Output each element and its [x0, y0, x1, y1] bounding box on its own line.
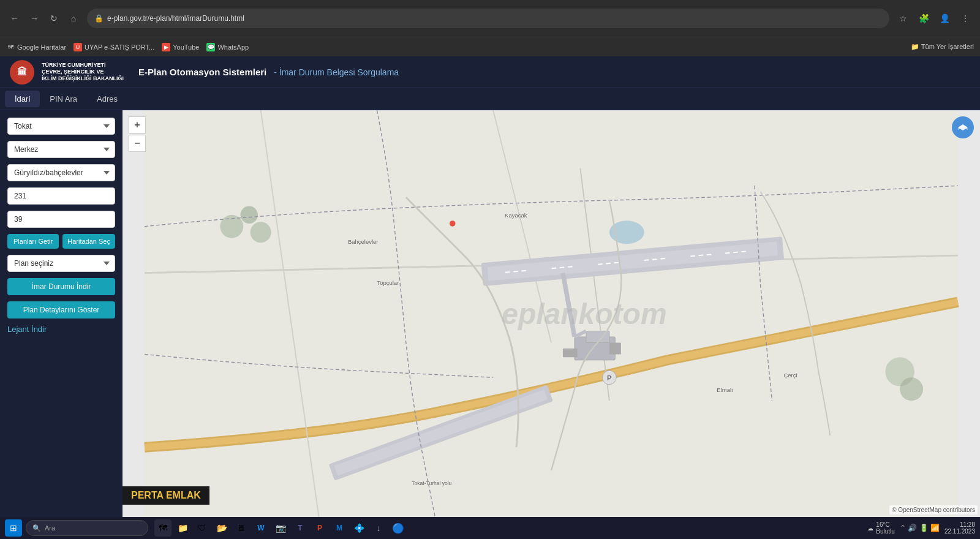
bookmark-whatsapp[interactable]: 💬 WhatsApp [206, 43, 249, 51]
brand-watermark: PERTA EMLAK [123, 486, 209, 505]
ada-input[interactable] [7, 187, 115, 205]
map-controls: + − [129, 116, 146, 152]
plan-select[interactable]: Plan seçiniz [7, 255, 115, 272]
bookmark-google-maps[interactable]: 🗺 Google Haritalar [6, 43, 66, 51]
google-maps-icon: 🗺 [6, 43, 15, 51]
taskbar-apps: 🗺 📁 🛡 📂 🖥 W 📷 T P M 💠 ↓ 🔵 [154, 519, 407, 537]
lejant-indir-link[interactable]: Lejant İndir [7, 325, 115, 334]
taskbar-app-download[interactable]: ↓ [370, 519, 387, 537]
tab-pin-ara[interactable]: PIN Ara [40, 91, 87, 107]
weather-icon: ☁ [867, 525, 873, 532]
taskbar-app-blue2[interactable]: 💠 [350, 519, 368, 537]
browser-actions: ☆ 🧩 👤 ⋮ [894, 10, 974, 27]
tab-idari[interactable]: İdari [5, 91, 40, 107]
bookmarks-folder[interactable]: 📁 Tüm Yer İşaretleri [911, 43, 974, 51]
layers-icon [957, 121, 969, 134]
weather-widget: ☁ 16°C Bulutlu [867, 521, 895, 535]
browser-chrome: ← → ↻ ⌂ 🔒 e-plan.gov.tr/e-plan/html/imar… [0, 0, 980, 37]
zoom-out-button[interactable]: − [129, 135, 146, 152]
svg-text:Çerçi: Çerçi [783, 372, 797, 379]
app-subtitle: - İmar Durum Belgesi Sorgulama [274, 67, 399, 77]
svg-rect-17 [563, 349, 578, 357]
taskbar-search[interactable]: 🔍 Ara [26, 520, 148, 536]
svg-point-23 [251, 222, 271, 243]
start-button[interactable]: ⊞ [5, 519, 22, 537]
app-header: 🏛 TÜRKİYE CUMHURİYETİ ÇEVRE, ŞEHİRCİLİK … [0, 56, 980, 88]
ministry-info: TÜRKİYE CUMHURİYETİ ÇEVRE, ŞEHİRCİLİK VE… [42, 62, 124, 81]
systray-icons: ⌃ 🔊 🔋 📶 [900, 524, 940, 532]
taskbar-clock: 11:28 22.11.2023 [944, 521, 975, 535]
svg-rect-18 [609, 342, 621, 354]
plan-detay-button[interactable]: Plan Detaylarını Göster [7, 301, 115, 318]
svg-text:Elmalı: Elmalı [717, 386, 733, 393]
app-title: E-Plan Otomasyon Sistemleri [138, 67, 266, 77]
map-svg: P Kayacak [123, 110, 980, 517]
taskbar: ⊞ 🔍 Ara 🗺 📁 🛡 📂 🖥 W 📷 T P M 💠 ↓ 🔵 ☁ 16°C… [0, 517, 980, 539]
browser-nav: ← → ↻ ⌂ [6, 10, 82, 27]
brand-text: PERTA EMLAK [131, 490, 201, 501]
svg-text:Tokat-Turhal yolu: Tokat-Turhal yolu [412, 480, 451, 486]
menu-button[interactable]: ⋮ [957, 10, 974, 27]
bookmark-youtube[interactable]: ▶ YouTube [162, 43, 199, 51]
reload-button[interactable]: ↻ [45, 10, 62, 27]
planlar-getir-button[interactable]: Planları Getir [7, 234, 59, 249]
svg-point-25 [900, 377, 923, 401]
attribution: © OpenStreetMap contributors [889, 505, 978, 514]
taskbar-app-chrome[interactable]: 🔵 [390, 519, 407, 537]
profile-button[interactable]: 👤 [936, 10, 953, 27]
svg-point-27 [450, 221, 455, 226]
taskbar-app-blue1[interactable]: M [331, 519, 348, 537]
il-select[interactable]: Tokat [7, 118, 115, 135]
taskbar-app-instagram[interactable]: 📷 [272, 519, 289, 537]
haritadan-sec-button[interactable]: Haritadan Seç [62, 234, 115, 249]
nav-tabs: İdari PIN Ara Adres [0, 88, 980, 110]
youtube-icon: ▶ [162, 43, 170, 51]
back-button[interactable]: ← [6, 10, 23, 27]
bookmarks-bar: 🗺 Google Haritalar U UYAP e-SATIŞ PORT..… [0, 37, 980, 56]
taskbar-app-powerpoint[interactable]: P [311, 519, 328, 537]
extensions-button[interactable]: 🧩 [915, 10, 932, 27]
address-bar[interactable]: 🔒 e-plan.gov.tr/e-plan/html/imarDurumu.h… [87, 9, 889, 28]
bookmark-uyap[interactable]: U UYAP e-SATIŞ PORT... [74, 43, 154, 51]
uyap-icon: U [74, 43, 82, 51]
mahalle-select[interactable]: Güryıldız/bahçelevler [7, 164, 115, 181]
bookmark-star[interactable]: ☆ [894, 10, 911, 27]
map-container: P Kayacak [123, 110, 980, 517]
zoom-in-button[interactable]: + [129, 116, 146, 134]
svg-text:Kayacak: Kayacak [505, 212, 527, 219]
home-button[interactable]: ⌂ [65, 10, 82, 27]
map-area[interactable]: P Kayacak [123, 110, 980, 517]
taskbar-app-folder[interactable]: 📂 [213, 519, 230, 537]
ministry-logo: 🏛 [10, 60, 34, 85]
search-icon: 🔍 [32, 524, 41, 532]
taskbar-right: ☁ 16°C Bulutlu ⌃ 🔊 🔋 📶 11:28 22.11.2023 [867, 521, 975, 535]
taskbar-app-teams[interactable]: T [292, 519, 309, 537]
map-layer-button[interactable] [952, 116, 974, 138]
taskbar-app-maps[interactable]: 🗺 [154, 519, 172, 537]
svg-text:Topçular: Topçular [377, 279, 399, 286]
weather-info: 16°C Bulutlu [876, 521, 895, 535]
taskbar-app-explorer[interactable]: 📁 [174, 519, 191, 537]
main-layout: Tokat Merkez Güryıldız/bahçelevler Planl… [0, 110, 980, 517]
taskbar-app-screen[interactable]: 🖥 [233, 519, 250, 537]
svg-rect-0 [145, 110, 958, 517]
sidebar: Tokat Merkez Güryıldız/bahçelevler Planl… [0, 110, 123, 517]
svg-text:P: P [607, 374, 612, 382]
imar-durumu-indir-button[interactable]: İmar Durumu İndir [7, 278, 115, 295]
svg-text:Bahçelevler: Bahçelevler [348, 238, 378, 245]
tab-adres[interactable]: Adres [87, 91, 127, 107]
whatsapp-icon: 💬 [206, 43, 215, 51]
taskbar-app-shield[interactable]: 🛡 [194, 519, 211, 537]
parsel-input[interactable] [7, 211, 115, 228]
forward-button[interactable]: → [26, 10, 43, 27]
taskbar-app-word[interactable]: W [252, 519, 270, 537]
svg-point-22 [241, 206, 258, 224]
action-buttons: Planları Getir Haritadan Seç [7, 234, 115, 249]
ilce-select[interactable]: Merkez [7, 141, 115, 158]
